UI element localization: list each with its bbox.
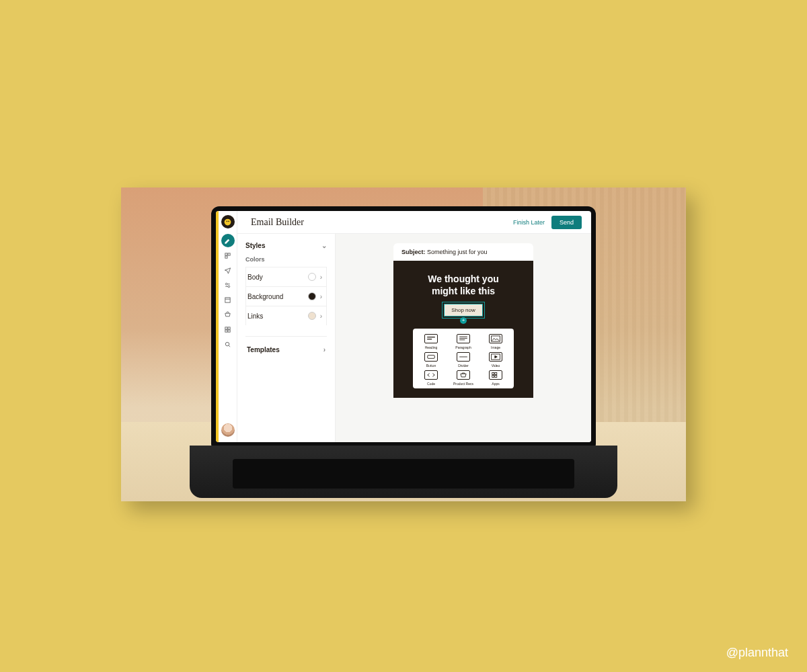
swatch-background	[308, 292, 316, 300]
heading-icon	[424, 334, 438, 343]
send-button[interactable]: Send	[551, 216, 582, 229]
nav-integrations-icon[interactable]	[221, 323, 235, 336]
nav-commerce-icon[interactable]	[221, 308, 235, 321]
email-canvas: Subject: Something just for you We thoug…	[336, 234, 591, 442]
block-picker: Heading Paragraph Image	[413, 329, 514, 388]
svg-point-0	[225, 218, 231, 225]
chevron-right-icon: ›	[320, 274, 322, 281]
apps-icon	[489, 370, 502, 380]
color-row-label: Background	[247, 293, 283, 300]
nav-automations-icon[interactable]	[221, 278, 235, 292]
svg-rect-14	[492, 336, 500, 341]
svg-rect-4	[228, 253, 230, 255]
laptop-keyboard	[190, 446, 617, 498]
photo-card: Email Builder Finish Later Send Styles ⌄	[121, 187, 686, 501]
color-row-label: Body	[247, 274, 263, 281]
block-paragraph[interactable]: Paragraph	[449, 334, 477, 349]
watermark: @plannthat	[726, 646, 788, 660]
block-apps[interactable]: Apps	[482, 370, 510, 386]
top-bar: Email Builder Finish Later Send	[237, 211, 591, 234]
svg-rect-17	[492, 373, 494, 375]
laptop-bezel: Email Builder Finish Later Send Styles ⌄	[211, 206, 596, 447]
video-icon	[489, 352, 502, 362]
color-row-label: Links	[247, 312, 263, 320]
svg-rect-9	[225, 327, 227, 329]
color-row-background[interactable]: Background ›	[245, 286, 327, 306]
chevron-down-icon: ⌄	[321, 242, 327, 249]
block-product-recs[interactable]: Product Recs	[449, 370, 477, 386]
templates-section-toggle[interactable]: Templates ›	[245, 336, 327, 353]
svg-rect-12	[228, 329, 230, 331]
color-row-links[interactable]: Links ›	[245, 306, 327, 325]
subject-prefix: Subject:	[401, 249, 426, 255]
nav-search-icon[interactable]	[221, 337, 235, 351]
keyboard-keys	[233, 459, 574, 489]
svg-rect-10	[228, 327, 230, 329]
nav-rail	[219, 211, 237, 442]
swatch-links	[308, 312, 316, 320]
email-headline[interactable]: We thought you might like this	[428, 273, 499, 297]
block-code[interactable]: Code	[417, 370, 445, 386]
svg-point-13	[225, 342, 229, 346]
chevron-right-icon: ›	[320, 293, 322, 300]
email-preview: Subject: Something just for you We thoug…	[393, 243, 533, 442]
svg-rect-3	[225, 253, 227, 255]
block-image[interactable]: Image	[482, 334, 510, 349]
nav-content-icon[interactable]	[221, 293, 235, 306]
svg-point-7	[228, 285, 230, 287]
workspace: Styles ⌄ Colors Body ›	[237, 234, 591, 442]
subject-text: Something just for you	[427, 249, 488, 255]
page-title: Email Builder	[251, 217, 304, 228]
laptop: Email Builder Finish Later Send Styles ⌄	[211, 206, 596, 502]
chevron-right-icon: ›	[323, 346, 325, 353]
block-video[interactable]: Video	[482, 352, 510, 368]
svg-rect-20	[495, 376, 497, 378]
color-row-body[interactable]: Body ›	[245, 267, 327, 286]
styles-label: Styles	[245, 242, 265, 249]
email-subject-bar[interactable]: Subject: Something just for you	[393, 243, 533, 261]
svg-point-2	[228, 220, 229, 222]
styles-panel: Styles ⌄ Colors Body ›	[237, 234, 336, 442]
svg-rect-8	[225, 297, 230, 302]
email-cta-button[interactable]: Shop now +	[444, 304, 483, 317]
user-avatar[interactable]	[221, 423, 235, 437]
nav-campaigns-icon[interactable]	[221, 263, 235, 277]
svg-rect-19	[492, 376, 494, 378]
divider-icon	[457, 352, 470, 362]
svg-point-1	[227, 220, 228, 222]
mailchimp-logo[interactable]	[221, 215, 235, 228]
svg-rect-18	[495, 373, 497, 375]
block-divider[interactable]: Divider	[449, 352, 477, 368]
swatch-body	[308, 273, 316, 281]
paragraph-icon	[457, 334, 470, 343]
add-block-icon[interactable]: +	[460, 317, 467, 324]
code-icon	[424, 370, 438, 380]
button-icon	[424, 352, 438, 362]
svg-rect-5	[225, 255, 227, 257]
email-body: We thought you might like this Shop now …	[393, 261, 533, 398]
svg-point-6	[225, 283, 227, 285]
block-heading[interactable]: Heading	[417, 334, 445, 349]
chevron-right-icon: ›	[320, 312, 322, 320]
block-button[interactable]: Button	[417, 352, 445, 368]
svg-rect-15	[428, 355, 435, 359]
finish-later-link[interactable]: Finish Later	[513, 219, 545, 226]
app-screen: Email Builder Finish Later Send Styles ⌄	[216, 211, 591, 442]
styles-section-toggle[interactable]: Styles ⌄	[245, 242, 327, 249]
templates-label: Templates	[247, 346, 280, 353]
nav-audience-icon[interactable]	[221, 249, 235, 262]
image-icon	[489, 334, 502, 343]
product-icon	[457, 370, 470, 380]
nav-create-icon[interactable]	[221, 234, 235, 247]
main-area: Email Builder Finish Later Send Styles ⌄	[237, 211, 591, 442]
svg-rect-11	[225, 329, 227, 331]
colors-label: Colors	[245, 256, 327, 263]
